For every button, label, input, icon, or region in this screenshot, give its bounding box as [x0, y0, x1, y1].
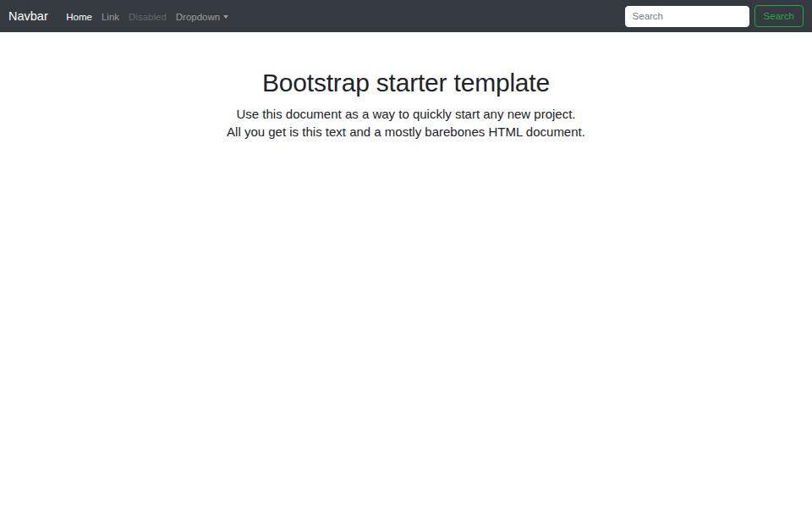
navbar-brand[interactable]: Navbar	[8, 9, 48, 23]
nav-link-dropdown[interactable]: Dropdown	[171, 12, 233, 22]
page-title: Bootstrap starter template	[0, 68, 812, 98]
navbar: Navbar Home Link Disabled Dropdown Searc…	[0, 0, 812, 32]
nav-link-disabled: Disabled	[124, 12, 172, 22]
main-content: Bootstrap starter template Use this docu…	[0, 32, 812, 141]
search-button[interactable]: Search	[754, 5, 804, 27]
search-input[interactable]	[625, 6, 749, 27]
nav-item-link: Link	[96, 8, 123, 24]
nav-link-home[interactable]: Home	[62, 12, 97, 22]
lead-text: Use this document as a way to quickly st…	[0, 105, 812, 141]
navbar-nav: Home Link Disabled Dropdown	[62, 8, 625, 24]
nav-item-disabled: Disabled	[124, 8, 172, 24]
nav-item-home: Home	[62, 8, 97, 24]
caret-down-icon	[223, 15, 228, 19]
lead-line-2: All you get is this text and a mostly ba…	[227, 124, 585, 139]
nav-link-link[interactable]: Link	[96, 12, 123, 22]
lead-line-1: Use this document as a way to quickly st…	[236, 107, 575, 121]
nav-link-dropdown-label: Dropdown	[176, 12, 220, 22]
search-form: Search	[625, 5, 804, 27]
nav-item-dropdown: Dropdown	[171, 8, 233, 24]
